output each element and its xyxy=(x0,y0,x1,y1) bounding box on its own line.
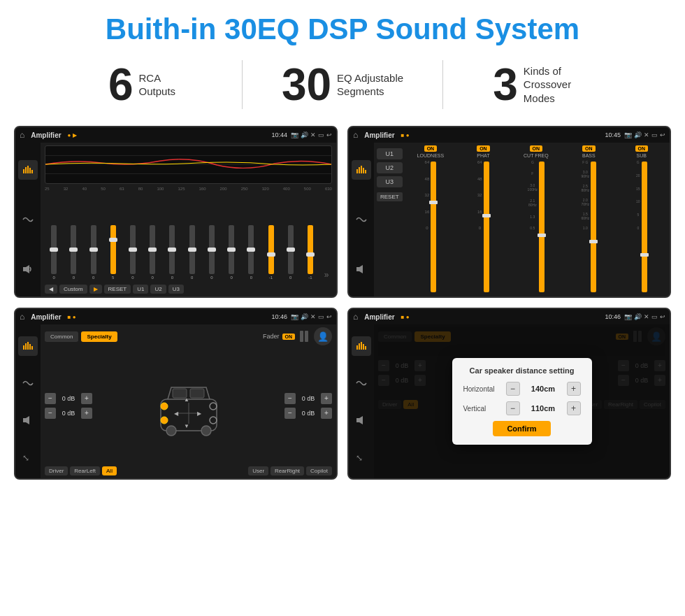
horizontal-plus-btn[interactable]: + xyxy=(567,382,581,396)
sub-slider[interactable] xyxy=(642,162,647,292)
vertical-plus-btn[interactable]: + xyxy=(567,401,581,415)
rl-plus-btn[interactable]: + xyxy=(81,408,92,419)
fader-back-icon: ↩ xyxy=(326,313,332,320)
cross-speaker-btn[interactable] xyxy=(352,259,371,279)
phat-slider[interactable] xyxy=(484,162,489,292)
all-btn[interactable]: All xyxy=(102,466,117,475)
dist-home-icon[interactable]: ⌂ xyxy=(353,312,358,322)
cross-main: U1 U2 U3 RESET ON LOUDNESS 644832160 xyxy=(374,143,670,296)
loudness-slider[interactable] xyxy=(431,162,436,292)
fader-arrows-btn[interactable]: ⤡ xyxy=(18,447,38,467)
bass-val-labels: F G3.090Hz2.580Hz2.070Hz1.560Hz1.0 xyxy=(581,160,589,230)
fader-eq-btn[interactable] xyxy=(18,336,38,356)
eq-slider-13[interactable]: 0 xyxy=(282,225,300,280)
eq-slider-14[interactable]: -1 xyxy=(301,225,319,280)
eq-sidebar-eq-btn[interactable] xyxy=(18,160,38,180)
fl-db-row: − 0 dB + xyxy=(45,393,92,404)
dist-eq-btn[interactable] xyxy=(352,336,371,356)
user-btn[interactable]: User xyxy=(248,466,268,475)
fader-speaker-btn[interactable] xyxy=(18,410,38,430)
eq-sidebar-speaker-btn[interactable] xyxy=(18,259,38,279)
rear-left-btn[interactable]: RearLeft xyxy=(70,466,100,475)
bass-toggle[interactable]: ON xyxy=(582,145,596,152)
rr-db-row: − 0 dB + xyxy=(284,408,332,419)
eq-slider-9[interactable]: 0 xyxy=(203,225,221,280)
eq-slider-10[interactable]: 0 xyxy=(222,225,240,280)
fl-minus-btn[interactable]: − xyxy=(45,393,56,404)
eq-custom-btn[interactable]: Custom xyxy=(59,285,87,294)
page-header: Buith-in 30EQ DSP Sound System xyxy=(0,0,685,53)
cross-reset-btn[interactable]: RESET xyxy=(377,192,403,201)
svg-text:▶: ▶ xyxy=(197,410,202,417)
cutfreq-label: CUT FREQ xyxy=(524,153,549,158)
svg-rect-42 xyxy=(356,418,359,422)
home-icon[interactable]: ⌂ xyxy=(20,130,24,140)
eq-slider-3[interactable]: 0 xyxy=(84,225,102,280)
dist-speaker-btn[interactable] xyxy=(352,410,371,430)
fader-home-icon[interactable]: ⌂ xyxy=(20,312,24,322)
cross-eq-btn[interactable] xyxy=(352,160,371,180)
rr-minus-btn[interactable]: − xyxy=(284,408,296,419)
eq-slider-4[interactable]: 5 xyxy=(104,225,122,280)
eq-slider-8[interactable]: 0 xyxy=(183,225,201,280)
cross-u1-btn[interactable]: U1 xyxy=(377,148,403,159)
bass-slider[interactable] xyxy=(591,162,596,292)
cross-u2-btn[interactable]: U2 xyxy=(377,162,403,173)
eq-reset-btn[interactable]: RESET xyxy=(104,285,131,294)
vertical-minus-btn[interactable]: − xyxy=(506,401,520,415)
eq-content: 253240506380100125160200250320400500630 … xyxy=(15,143,336,296)
rr-plus-btn[interactable]: + xyxy=(321,408,332,419)
cross-wave-btn[interactable] xyxy=(352,210,371,229)
rl-minus-btn[interactable]: − xyxy=(45,408,56,419)
fr-plus-btn[interactable]: + xyxy=(321,393,332,404)
eq-slider-11[interactable]: 0 xyxy=(242,225,260,280)
fader-camera-icon: 📷 xyxy=(291,313,298,320)
eq-u3-btn[interactable]: U3 xyxy=(168,285,184,294)
horizontal-minus-btn[interactable]: − xyxy=(506,382,520,396)
cross-home-icon[interactable]: ⌂ xyxy=(353,130,358,140)
eq-u2-btn[interactable]: U2 xyxy=(150,285,166,294)
cross-u3-btn[interactable]: U3 xyxy=(377,176,403,187)
cross-status-icons: 📷 🔊 ✕ ▭ ↩ xyxy=(624,131,665,138)
dist-wave-btn[interactable] xyxy=(352,373,371,393)
eq-slider-1[interactable]: 0 xyxy=(45,225,63,280)
fader-wave-btn[interactable] xyxy=(18,373,38,393)
fader-common-tab[interactable]: Common xyxy=(45,331,78,342)
eq-prev-btn[interactable]: ◀ xyxy=(45,285,57,294)
copilot-btn[interactable]: Copilot xyxy=(306,466,332,475)
fader-on-badge[interactable]: ON xyxy=(282,334,296,340)
svg-rect-5 xyxy=(23,267,26,271)
eq-slider-6[interactable]: 0 xyxy=(143,225,161,280)
cutfreq-toggle[interactable]: ON xyxy=(530,145,543,152)
eq-slider-2[interactable]: 0 xyxy=(64,225,82,280)
svg-rect-13 xyxy=(365,170,366,173)
fl-plus-btn[interactable]: + xyxy=(81,393,92,404)
fader-specialty-tab[interactable]: Specialty xyxy=(81,331,117,342)
confirm-button[interactable]: Confirm xyxy=(493,421,550,436)
svg-rect-11 xyxy=(361,166,362,173)
rl-db-val: 0 dB xyxy=(58,410,79,417)
eq-slider-12[interactable]: -1 xyxy=(261,225,280,280)
eq-play-btn[interactable]: ▶ xyxy=(89,285,102,294)
stats-row: 6 RCAOutputs 30 EQ AdjustableSegments 3 … xyxy=(0,53,685,122)
cross-back-icon: ↩ xyxy=(660,131,665,138)
eq-expand-icon[interactable]: » xyxy=(321,270,332,280)
dist-arrows-btn[interactable]: ⤡ xyxy=(352,447,371,467)
eq-slider-5[interactable]: 0 xyxy=(124,225,142,280)
eq-u1-btn[interactable]: U1 xyxy=(133,285,148,294)
cutfreq-slider[interactable] xyxy=(539,162,545,292)
svg-point-29 xyxy=(210,403,217,410)
svg-point-26 xyxy=(201,426,211,436)
phat-toggle[interactable]: ON xyxy=(477,145,490,152)
fr-minus-btn[interactable]: − xyxy=(284,393,296,404)
driver-btn[interactable]: Driver xyxy=(45,466,68,475)
eq-sidebar-wave-btn[interactable] xyxy=(18,210,38,229)
user-avatar-icon[interactable]: 👤 xyxy=(314,327,332,345)
sub-toggle[interactable]: ON xyxy=(635,145,649,152)
rear-right-btn[interactable]: RearRight xyxy=(271,466,304,475)
ch-phat: ON PHAT 644832160 xyxy=(458,145,508,294)
ch-bass: ON BASS F G3.090Hz2.580Hz2.070Hz1.560Hz1… xyxy=(563,145,614,294)
eq-slider-7[interactable]: 0 xyxy=(163,225,181,280)
loudness-toggle[interactable]: ON xyxy=(424,145,438,152)
dist-status-bar: ⌂ Amplifier ■ ● 10:46 📷 🔊 ✕ ▭ ↩ xyxy=(349,309,670,324)
